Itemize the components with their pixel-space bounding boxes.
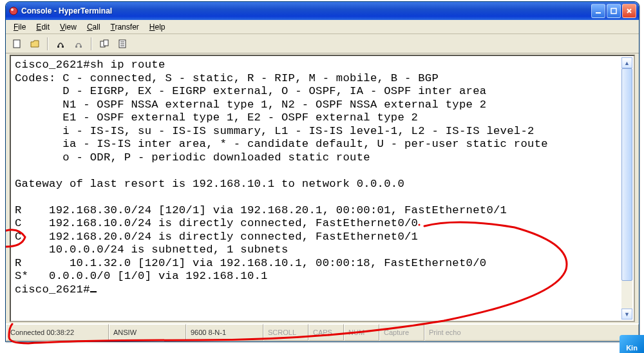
menu-help[interactable]: Help (146, 21, 169, 33)
status-capture: Capture (379, 324, 424, 341)
status-connected: Connected 00:38:22 (6, 324, 109, 341)
scroll-thumb[interactable] (621, 68, 632, 281)
svg-rect-2 (596, 12, 601, 14)
toolbar-separator (91, 37, 92, 50)
toolbar-separator (47, 37, 48, 50)
svg-rect-5 (57, 46, 59, 48)
status-num: NUM (344, 324, 379, 341)
open-icon[interactable] (28, 37, 42, 51)
window-title: Console - HyperTerminal (21, 6, 591, 15)
svg-point-0 (10, 7, 17, 15)
client-area: cisco_2621#sh ip route Codes: C - connec… (6, 53, 639, 323)
close-button[interactable] (622, 4, 636, 18)
svg-rect-6 (62, 46, 64, 48)
status-scroll: SCROLL (263, 324, 308, 341)
menu-edit[interactable]: Edit (32, 21, 53, 33)
window-buttons (591, 4, 636, 18)
svg-rect-3 (611, 8, 616, 14)
menu-view[interactable]: View (56, 21, 80, 33)
kin-watermark: Kin (620, 335, 644, 353)
scroll-up-button[interactable]: ▲ (621, 57, 632, 68)
svg-point-1 (11, 8, 14, 11)
vertical-scrollbar[interactable]: ▲ ▼ (621, 57, 632, 320)
minimize-button[interactable] (591, 4, 605, 18)
app-icon (8, 6, 19, 16)
menubar: File Edit View Call Transfer Help (6, 20, 639, 34)
send-icon[interactable] (97, 37, 111, 51)
svg-rect-4 (14, 40, 20, 48)
scroll-track[interactable] (621, 68, 632, 309)
app-window: Console - HyperTerminal File Edit View C… (5, 1, 639, 342)
statusbar: Connected 00:38:22 ANSIW 9600 8-N-1 SCRO… (6, 323, 639, 341)
menu-transfer[interactable]: Transfer (107, 21, 143, 33)
status-settings: 9600 8-N-1 (186, 324, 263, 341)
connect-icon[interactable] (53, 37, 68, 51)
status-caps: CAPS (308, 324, 344, 341)
menu-call[interactable]: Call (83, 21, 104, 33)
maximize-button[interactable] (607, 4, 621, 18)
status-autodetect: ANSIW (109, 324, 186, 341)
svg-rect-8 (80, 46, 82, 48)
svg-rect-7 (75, 46, 77, 48)
terminal-frame: cisco_2621#sh ip route Codes: C - connec… (10, 55, 635, 322)
disconnect-icon[interactable] (71, 37, 86, 51)
toolbar (6, 34, 639, 53)
properties-icon[interactable] (115, 37, 129, 51)
new-icon[interactable] (10, 37, 24, 51)
menu-file[interactable]: File (10, 21, 30, 33)
terminal-output[interactable]: cisco_2621#sh ip route Codes: C - connec… (12, 57, 621, 320)
svg-rect-10 (104, 40, 108, 46)
status-printecho: Print echo (424, 324, 639, 341)
scroll-down-button[interactable]: ▼ (621, 309, 632, 320)
titlebar[interactable]: Console - HyperTerminal (6, 2, 639, 20)
